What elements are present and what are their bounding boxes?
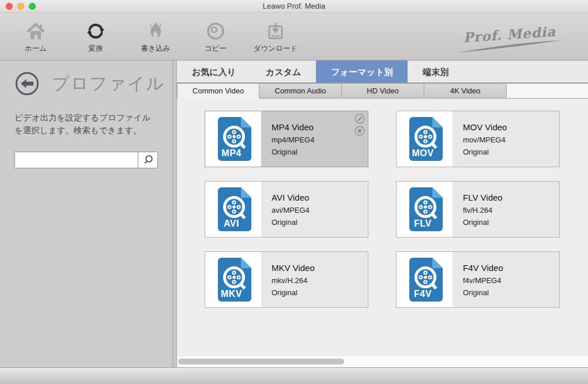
window-title: Leawo Prof. Media (0, 0, 588, 12)
search-input[interactable] (15, 152, 138, 168)
subtab-hd-video[interactable]: HD Video (342, 84, 424, 99)
card-quality: Original (463, 218, 559, 227)
format-card-f4v[interactable]: F4V F4V Video f4v/MPEG4 Original (396, 251, 560, 308)
nav-copy[interactable]: コピー (186, 13, 246, 54)
f4v-file-icon: F4V (397, 252, 453, 307)
zoom-button[interactable] (29, 3, 36, 10)
nav-convert[interactable]: 変換 (66, 13, 126, 54)
toolbar: ホーム 変換 書き込み (0, 13, 588, 61)
mov-file-icon: MOV (397, 111, 453, 167)
app-window: Leawo Prof. Media ホーム (0, 0, 588, 384)
format-subtabs: Common Video Common Audio HD Video 4K Vi… (177, 84, 588, 99)
subtab-common-audio[interactable]: Common Audio (259, 84, 342, 99)
pane-splitter[interactable] (173, 61, 177, 367)
tab-favorites[interactable]: お気に入り (177, 61, 251, 82)
flv-file-icon: FLV (397, 182, 453, 237)
profiles-content: MP4 MP4 Video mp4/MPEG4 Original (177, 99, 588, 367)
nav-download[interactable]: ダウンロード (246, 13, 306, 54)
format-badge: MOV (402, 148, 444, 159)
heart-icon (355, 126, 365, 136)
format-badge: AVI (210, 219, 253, 229)
home-icon (25, 20, 47, 42)
nav-convert-label: 変換 (89, 44, 103, 54)
back-button[interactable] (15, 71, 39, 96)
card-title: MOV Video (463, 122, 559, 132)
card-title: MP4 Video (272, 122, 368, 132)
avi-file-icon: AVI (205, 182, 261, 237)
format-card-flv[interactable]: FLV FLV Video flv/H.264 Original (396, 181, 560, 238)
minimize-button[interactable] (17, 3, 24, 10)
format-card-mkv[interactable]: MKV MKV Video mkv/H.264 Original (205, 251, 368, 308)
card-quality: Original (463, 148, 559, 156)
format-grid: MP4 MP4 Video mp4/MPEG4 Original (205, 111, 560, 308)
format-badge: MP4 (210, 148, 253, 159)
card-title: F4V Video (463, 263, 559, 273)
convert-icon (85, 20, 107, 42)
card-title: AVI Video (272, 193, 368, 202)
subtab-common-video[interactable]: Common Video (177, 84, 259, 99)
tab-custom[interactable]: カスタム (251, 61, 316, 82)
search-box (14, 152, 158, 168)
format-badge: F4V (402, 289, 444, 299)
nav-burn[interactable]: 書き込み (126, 13, 186, 54)
close-button[interactable] (6, 3, 13, 10)
card-quality: Original (463, 288, 559, 297)
card-quality: Original (272, 218, 368, 227)
card-codec: avi/MPEG4 (272, 206, 368, 214)
nav-home[interactable]: ホーム (6, 13, 66, 54)
card-codec: mov/MPEG4 (463, 135, 559, 144)
copy-icon (205, 20, 227, 42)
search-button[interactable] (138, 152, 157, 168)
favorite-button[interactable] (355, 126, 365, 136)
mp4-file-icon: MP4 (205, 111, 261, 167)
format-badge: MKV (210, 289, 253, 299)
sidebar: プロファイル ビデオ出力を設定するプロファイルを選択します。検索もできます。 (0, 61, 173, 367)
format-card-avi[interactable]: AVI AVI Video avi/MPEG4 Original (205, 181, 368, 238)
card-codec: f4v/MPEG4 (463, 276, 559, 285)
brand-logo: Prof. Media (453, 22, 567, 56)
titlebar: Leawo Prof. Media (0, 0, 588, 13)
card-quality: Original (272, 288, 368, 297)
tab-by-device[interactable]: 端末別 (408, 61, 463, 82)
nav-download-label: ダウンロード (254, 44, 297, 54)
nav-burn-label: 書き込み (141, 44, 171, 54)
subtab-filler (507, 84, 588, 99)
sidebar-description: ビデオ出力を設定するプロファイルを選択します。検索もできます。 (14, 111, 159, 137)
search-icon (142, 154, 154, 165)
burn-icon (145, 20, 167, 42)
card-codec: flv/H.264 (463, 206, 559, 214)
nav-copy-label: コピー (205, 44, 227, 54)
main-panel: お気に入り カスタム フォーマット別 端末別 Common Video Comm… (177, 61, 588, 367)
pencil-icon (355, 114, 365, 124)
footer-bar (0, 367, 588, 384)
format-card-mp4[interactable]: MP4 MP4 Video mp4/MPEG4 Original (205, 111, 368, 167)
card-quality: Original (272, 148, 368, 156)
download-icon (265, 20, 287, 42)
card-title: MKV Video (272, 263, 368, 273)
card-codec: mp4/MPEG4 (272, 135, 368, 144)
format-badge: FLV (402, 219, 444, 229)
card-codec: mkv/H.264 (272, 276, 368, 285)
mkv-file-icon: MKV (205, 252, 261, 307)
category-tabs: お気に入り カスタム フォーマット別 端末別 (177, 61, 588, 84)
edit-profile-button[interactable] (355, 114, 365, 124)
format-card-mov[interactable]: MOV MOV Video mov/MPEG4 Original (396, 111, 560, 167)
subtab-4k-video[interactable]: 4K Video (424, 84, 507, 99)
tab-by-format[interactable]: フォーマット別 (316, 61, 408, 82)
card-title: FLV Video (463, 193, 559, 202)
traffic-lights (6, 3, 36, 10)
nav-home-label: ホーム (25, 44, 47, 54)
horizontal-scrollbar-thumb[interactable] (178, 359, 344, 364)
horizontal-scrollbar-track[interactable] (177, 356, 588, 367)
page-title: プロファイル (52, 72, 165, 96)
